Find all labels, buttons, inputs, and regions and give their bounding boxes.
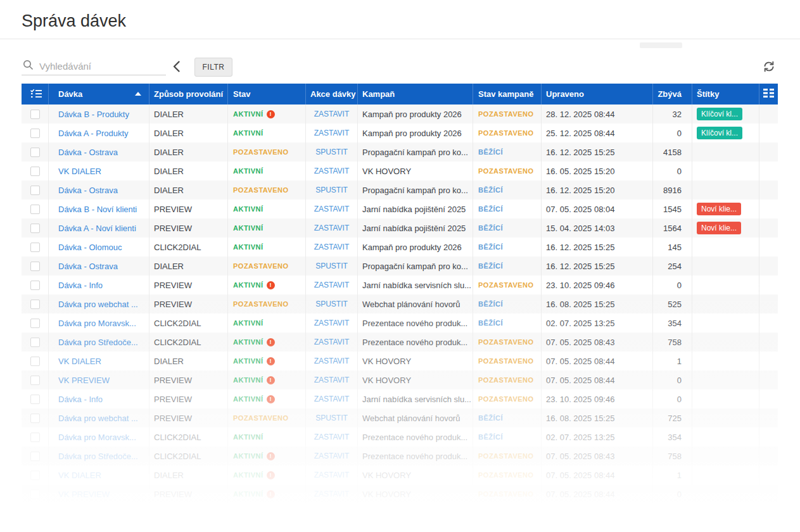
collapse-filter-button[interactable]	[168, 59, 184, 75]
campaign-name: Propagační kampaň pro ko...	[358, 142, 473, 162]
batch-name-link[interactable]: Dávka - Info	[58, 395, 103, 404]
row-checkbox[interactable]	[30, 319, 40, 328]
row-checkbox[interactable]	[30, 224, 40, 233]
row-end-cell	[759, 370, 778, 390]
batch-action-link[interactable]: ZASTAVIT	[314, 357, 350, 365]
batch-action-link[interactable]: SPUSTIT	[315, 414, 348, 422]
select-list-icon	[30, 88, 42, 101]
batch-action-link[interactable]: ZASTAVIT	[314, 129, 350, 137]
tag-badge[interactable]: Noví klie...	[697, 222, 741, 234]
batch-name-link[interactable]: VK PREVIEW	[58, 376, 110, 385]
batch-name-link[interactable]: VK PREVIEW	[58, 490, 110, 499]
header-stav-kampane[interactable]: Stav kampaně	[473, 84, 542, 104]
batch-name-link[interactable]: Dávka pro webchat ...	[58, 300, 138, 309]
header-akce-davky[interactable]: Akce dávky	[306, 84, 358, 104]
row-checkbox[interactable]	[30, 205, 40, 214]
row-checkbox[interactable]	[30, 300, 40, 309]
row-checkbox[interactable]	[30, 490, 40, 499]
row-checkbox[interactable]	[30, 452, 40, 461]
header-zbyva[interactable]: Zbývá	[653, 84, 692, 104]
batch-name-link[interactable]: Dávka pro webchat ...	[58, 414, 138, 423]
sort-asc-icon	[135, 92, 141, 96]
tag-badge[interactable]: Klíčoví kl...	[697, 127, 742, 139]
batch-name-link[interactable]: Dávka pro Moravsk...	[58, 433, 136, 442]
batch-name-link[interactable]: Dávka pro Středoče...	[58, 338, 138, 347]
batch-name-link[interactable]: Dávka A - Noví klienti	[58, 224, 136, 233]
updated-at: 16. 12. 2025 15:20	[542, 180, 653, 200]
batch-action-link[interactable]: ZASTAVIT	[314, 395, 350, 403]
batch-name-link[interactable]: VK DIALER	[58, 357, 101, 366]
tag-badge[interactable]: Klíčoví kl...	[697, 108, 742, 120]
row-checkbox[interactable]	[30, 376, 40, 385]
batch-action-link[interactable]: SPUSTIT	[315, 148, 348, 156]
row-checkbox[interactable]	[30, 243, 40, 252]
tag-badge[interactable]: Noví klie...	[697, 203, 741, 215]
table-row: Dávka pro Středoče... CLICK2DIAL AKTIVNÍ…	[22, 446, 778, 466]
row-checkbox[interactable]	[30, 281, 40, 290]
batch-name-link[interactable]: VK DIALER	[58, 471, 101, 480]
table-row: Dávka pro webchat ... PREVIEW POZASTAVEN…	[22, 294, 778, 314]
batch-action-link[interactable]: SPUSTIT	[315, 186, 348, 194]
batch-action-link[interactable]: ZASTAVIT	[314, 376, 350, 384]
batch-name-link[interactable]: Dávka B - Produkty	[58, 110, 129, 119]
header-column-settings[interactable]	[759, 84, 778, 104]
batch-action-link[interactable]: ZASTAVIT	[314, 338, 350, 346]
batch-action-link[interactable]: ZASTAVIT	[314, 205, 350, 213]
campaign-name: Prezentace nového produk...	[358, 446, 473, 466]
row-checkbox[interactable]	[30, 338, 40, 347]
filter-button[interactable]: FILTR	[194, 58, 232, 77]
batch-action-link[interactable]: SPUSTIT	[315, 300, 348, 308]
updated-at: 07. 05. 2025 08:44	[542, 466, 653, 484]
row-checkbox[interactable]	[30, 186, 40, 195]
row-checkbox[interactable]	[30, 262, 40, 271]
row-checkbox[interactable]	[30, 110, 40, 119]
row-checkbox[interactable]	[30, 167, 40, 176]
batch-name-link[interactable]: VK DIALER	[58, 167, 101, 176]
header-davka[interactable]: Dávka	[49, 84, 149, 104]
batch-name-link[interactable]: Dávka A - Produkty	[58, 129, 129, 138]
batch-action-link[interactable]: ZASTAVIT	[314, 490, 350, 498]
batch-action-link[interactable]: ZASTAVIT	[314, 243, 350, 251]
header-kampan[interactable]: Kampaň	[358, 84, 473, 104]
row-end-cell	[759, 162, 778, 180]
row-checkbox[interactable]	[30, 357, 40, 366]
batch-name-link[interactable]: Dávka - Ostrava	[58, 186, 118, 195]
batch-action-link[interactable]: ZASTAVIT	[314, 110, 350, 118]
updated-at: 07. 05. 2025 08:43	[542, 332, 653, 352]
batch-action-link[interactable]: ZASTAVIT	[314, 433, 350, 441]
batch-name-link[interactable]: Dávka - Ostrava	[58, 262, 118, 271]
row-checkbox[interactable]	[30, 148, 40, 157]
row-checkbox[interactable]	[30, 433, 40, 442]
header-stav[interactable]: Stav	[228, 84, 306, 104]
row-checkbox[interactable]	[30, 395, 40, 404]
batch-action-link[interactable]: ZASTAVIT	[314, 452, 350, 460]
header-stitky[interactable]: Štítky	[692, 84, 759, 104]
campaign-name: Propagační kampaň pro ko...	[358, 256, 473, 276]
batch-name-link[interactable]: Dávka B - Noví klienti	[58, 205, 137, 214]
batch-action-link[interactable]: ZASTAVIT	[314, 224, 350, 232]
batch-name-link[interactable]: Dávka pro Středoče...	[58, 452, 138, 461]
remaining-count: 725	[653, 408, 692, 428]
header-zpusob-provolani[interactable]: Způsob provolání	[149, 84, 228, 104]
row-checkbox[interactable]	[30, 414, 40, 423]
batch-action-link[interactable]: SPUSTIT	[315, 262, 348, 270]
header-select-all[interactable]	[22, 84, 49, 104]
row-checkbox[interactable]	[30, 471, 40, 480]
batch-name-link[interactable]: Dávka - Info	[58, 281, 103, 290]
updated-at: 16. 12. 2025 15:25	[542, 142, 653, 162]
updated-at: 16. 12. 2025 15:25	[542, 256, 653, 276]
batch-status: POZASTAVENO	[233, 414, 289, 422]
batch-action-link[interactable]: ZASTAVIT	[314, 167, 350, 175]
campaign-status: POZASTAVENO	[478, 471, 534, 479]
search-input[interactable]	[39, 58, 163, 73]
header-upraveno[interactable]: Upraveno	[542, 84, 653, 104]
row-checkbox[interactable]	[30, 129, 40, 138]
batch-action-link[interactable]: ZASTAVIT	[314, 471, 350, 479]
batch-name-link[interactable]: Dávka - Ostrava	[58, 148, 118, 157]
refresh-button[interactable]	[760, 58, 778, 76]
batch-name-link[interactable]: Dávka pro Moravsk...	[58, 319, 136, 328]
batch-name-link[interactable]: Dávka - Olomouc	[58, 243, 122, 252]
batch-action-link[interactable]: ZASTAVIT	[314, 319, 350, 327]
dial-method: PREVIEW	[149, 390, 228, 408]
batch-action-link[interactable]: ZASTAVIT	[314, 281, 350, 289]
